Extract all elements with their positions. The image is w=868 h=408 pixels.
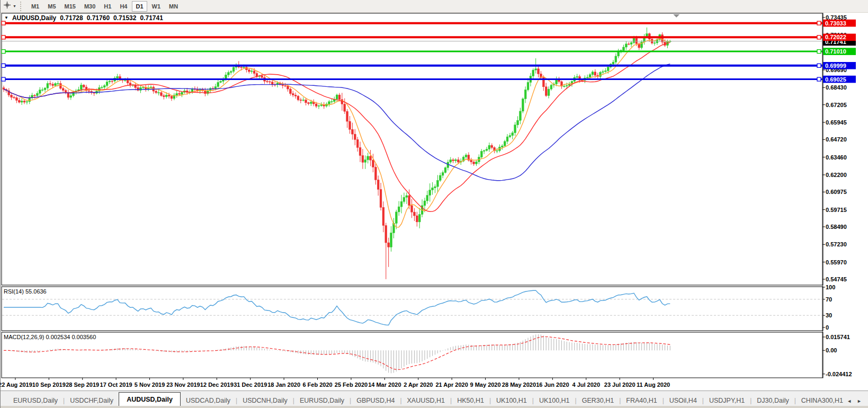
candle-body (47, 84, 49, 88)
candle-body (26, 102, 28, 102)
timeframe-button-d1[interactable]: D1 (132, 1, 147, 12)
candle-body (512, 133, 514, 136)
candle-body (302, 100, 305, 101)
time-tick-label: 31 Dec 2019 (234, 382, 267, 388)
candle-body (545, 87, 547, 96)
candle-body (527, 82, 529, 90)
line-handle[interactable] (2, 77, 5, 81)
toolbar-grip[interactable] (20, 2, 24, 11)
candle-body (320, 105, 323, 106)
price-tick-label: 0.62200 (826, 172, 847, 178)
time-tick-label: 22 Aug 2019 (1, 382, 32, 388)
candle-body (310, 102, 312, 104)
candle-body (434, 187, 436, 188)
candle-body (592, 72, 594, 75)
timeframe-button-h4[interactable]: H4 (116, 1, 131, 12)
line-handle[interactable] (2, 36, 5, 39)
tab-scroll-left-button[interactable]: ◄ (847, 398, 852, 404)
candle-body (70, 96, 72, 97)
candle-body (284, 86, 287, 86)
candle-body (491, 145, 493, 147)
candle-body (473, 162, 475, 164)
candle-body (630, 42, 632, 44)
ohlc-low: 0.71532 (113, 14, 136, 22)
candle-body (356, 139, 359, 147)
rsi-indicator-label: RSI(14) 55.0636 (4, 288, 47, 295)
timeframe-button-m1[interactable]: M1 (28, 1, 43, 12)
line-handle[interactable] (817, 50, 821, 54)
chevron-down-icon[interactable]: ▼ (13, 4, 16, 8)
candle-body (292, 94, 294, 95)
candle-body (93, 93, 95, 93)
price-tick-label: 0.58490 (826, 224, 847, 230)
candle-body (176, 93, 178, 95)
candle-body (158, 93, 160, 93)
candle-body (563, 86, 565, 87)
candle-body (576, 77, 578, 77)
candle-body (480, 151, 482, 157)
candle-body (465, 155, 467, 157)
candle-body (171, 96, 173, 99)
ohlc-high: 0.71760 (87, 14, 110, 22)
price-tick-label: 0.59715 (826, 207, 847, 213)
candle-body (538, 69, 540, 74)
time-tick-label: 5 Nov 2019 (135, 382, 165, 388)
candle-body (220, 81, 222, 82)
candle-body (362, 156, 364, 163)
candle-body (15, 97, 17, 100)
price-badge: 0.71010 (823, 48, 856, 55)
candle-body (388, 243, 390, 247)
candle-body (18, 100, 20, 102)
candle-body (450, 160, 452, 162)
macd-scale-label: -0.024412 (826, 371, 852, 377)
candle-body (470, 160, 472, 162)
timeframe-button-m15[interactable]: M15 (61, 1, 79, 12)
candle-body (243, 67, 245, 68)
line-handle[interactable] (2, 64, 5, 67)
timeframe-button-m30[interactable]: M30 (80, 1, 99, 12)
candle-body (13, 97, 15, 98)
candle-body (44, 88, 46, 90)
crosshair-tool-button[interactable]: ▼ (2, 1, 18, 12)
timeframe-button-mn[interactable]: MN (165, 1, 182, 12)
price-tick-label: 0.60975 (826, 189, 847, 195)
candle-body (514, 125, 516, 133)
price-chart-canvas[interactable]: 0.734350.721900.709450.696900.684300.672… (1, 13, 868, 391)
candle-body (615, 56, 617, 62)
tab-scroll-right-button[interactable]: ► (857, 398, 862, 404)
window-bottom-edge (1, 406, 868, 408)
candle-body (39, 90, 41, 93)
candle-body (88, 91, 90, 91)
price-tick-label: 0.68430 (826, 84, 847, 91)
pane-splitter[interactable] (2, 286, 822, 286)
candle-body (520, 111, 522, 120)
candle-body (395, 212, 397, 224)
candle-body (522, 99, 524, 111)
pane-splitter[interactable] (2, 331, 822, 332)
timeframe-button-m5[interactable]: M5 (44, 1, 59, 12)
line-handle[interactable] (2, 21, 5, 25)
time-tick-label: 28 Sep 2019 (66, 382, 99, 388)
candle-body (305, 100, 307, 103)
line-handle[interactable] (817, 21, 821, 25)
candle-body (496, 150, 498, 151)
candle-body (414, 212, 416, 216)
candle-body (165, 95, 167, 96)
rsi-scale-label: 70 (826, 296, 832, 303)
collapse-triangle-icon[interactable]: ▼ (4, 15, 8, 20)
time-tick-label: 10 Sep 2019 (32, 382, 66, 388)
line-handle[interactable] (817, 36, 821, 39)
candle-body (524, 90, 526, 99)
candle-body (111, 81, 113, 82)
ohlc-close: 0.71741 (140, 14, 163, 22)
time-tick-label: 23 Jul 2020 (604, 382, 636, 388)
candle-body (178, 93, 181, 94)
line-handle[interactable] (817, 64, 821, 67)
candle-body (3, 88, 5, 90)
timeframe-button-w1[interactable]: W1 (148, 1, 165, 12)
timeframe-button-h1[interactable]: H1 (100, 1, 115, 12)
candle-body (300, 100, 302, 100)
line-handle[interactable] (2, 50, 5, 54)
line-handle[interactable] (817, 77, 821, 81)
candle-body (142, 87, 144, 88)
